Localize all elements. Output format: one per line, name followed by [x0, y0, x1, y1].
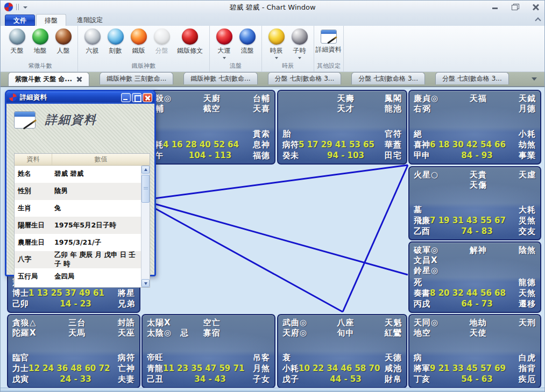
ribbon-button-sphere-darkred[interactable]: 鐵版條文 [173, 27, 207, 55]
dialog-maximize-button[interactable] [132, 93, 141, 102]
palace-cell-r1c3[interactable]: 天壽天才鳳閣龍池胎病符5 17 29 41 53 65癸未94 - 103官符華… [277, 90, 407, 165]
document-tab[interactable]: 分盤 七刻數命格 3... [351, 72, 425, 84]
document-tab[interactable]: 鐵版神數 三刻數命... [100, 72, 173, 84]
god-number-line: 小耗10 22 34 46 58 70 [282, 363, 393, 374]
tab-close-icon[interactable] [76, 76, 82, 82]
ribbon-button-sphere-fire[interactable]: 鐵版 [127, 27, 150, 55]
life-stage: 死 [414, 277, 524, 288]
dropdown-arrow-icon[interactable] [223, 57, 226, 59]
branch-range-line: 己丑34 - 43 [147, 374, 257, 384]
age-range: 54 - 63 [430, 374, 524, 384]
palace-cell-r1c2[interactable]: 七殺◎左輔天廚截空台輔天喜養大耗4 16 28 40 52 64壬午104 - … [141, 90, 275, 165]
ribbon-button-notepad[interactable]: 詳細資料 [317, 27, 340, 54]
minimize-button[interactable] [491, 3, 499, 11]
ribbon-button-label: 鐵版條文 [177, 46, 203, 55]
palace-cell-r4c4[interactable]: 天同◎地空地劫天使天刑病將軍9 21 33 45 57 69丁亥54 - 63白… [408, 314, 541, 388]
table-row[interactable]: 五行局金四局 [15, 268, 141, 286]
age-range: 14 - 23 [29, 298, 123, 309]
palace-god-name: 白虎 [519, 352, 536, 363]
right-star-column: 天刑 [519, 318, 536, 328]
palace-bottom-left: 絕喜神6 18 30 42 54 66甲申84 - 93 [414, 129, 524, 161]
palace-cell-r4c2[interactable]: 太陽X太陰◎ 忌空亡寡宿帝旺青龍11 23 35 47 59 71己丑34 - … [141, 314, 275, 388]
document-tab[interactable]: 鐵版神數 七刻數命... [183, 72, 257, 84]
dialog-title: 詳細資料 [20, 93, 47, 102]
scrollbar[interactable] [141, 166, 150, 287]
branch-range-line: 甲申84 - 93 [414, 150, 524, 161]
ribbon-button-sphere-gray[interactable]: 分盤 [150, 27, 173, 55]
palace-cell-r4c1[interactable]: 貪狼△陀羅X三台天馬封誥天巫臨官力士12 24 36 48 60 72戊寅24 … [7, 314, 140, 388]
file-menu-button[interactable]: 文件 [5, 15, 35, 26]
ribbon-button-sphere-red[interactable]: 大運 [213, 27, 236, 59]
scroll-down-icon[interactable] [141, 279, 150, 287]
ribbon-group: 天盤地盤人盤紫微斗數 [3, 26, 78, 72]
year-numbers: 6 18 30 42 54 66 [430, 140, 506, 149]
life-stage: 胎 [282, 129, 393, 139]
ribbon-tab-advanced[interactable]: 進階設定 [70, 14, 109, 26]
row-value: 兔 [49, 204, 141, 213]
star-column: 太陽X太陰◎ 忌 [147, 318, 189, 338]
star-name: 貪狼△ [12, 318, 37, 328]
ribbon-button-sphere-lightblue[interactable]: 刻數 [104, 27, 127, 55]
dialog-title-bar[interactable]: 詳細資料 [6, 91, 154, 104]
tab-list-dropdown-icon[interactable] [532, 77, 537, 81]
menu-row: 文件 排盤 進階設定 [1, 14, 544, 26]
collapse-ribbon-icon[interactable] [535, 17, 541, 23]
table-row[interactable]: 陽曆生日1975年5月2日子時 [15, 217, 141, 234]
year-god: 博士 [12, 288, 29, 298]
scroll-up-icon[interactable] [141, 166, 150, 174]
restore-button[interactable] [511, 3, 520, 11]
ribbon-tab-paipan[interactable]: 排盤 [36, 14, 66, 26]
document-tab[interactable]: 紫微斗數 天盤 命... [8, 72, 89, 86]
minor-star-column: 三台天馬 [68, 318, 86, 338]
palace-cell-r3c4[interactable]: 破軍◎文昌X鈴星◎解神陰煞死奏書8 20 32 44 56 68丙戌64 - 7… [408, 241, 541, 313]
star-name: 火星○ [414, 170, 438, 180]
star-column: 天同◎地空 [414, 318, 438, 338]
ribbon-group-label: 紫微斗數 [5, 61, 75, 72]
row-label: 八字 [15, 255, 49, 264]
palace-cell-r1c4[interactable]: 廉貞◎右弼天福天鉞月德絕喜神6 18 30 42 54 66甲申84 - 93小… [408, 90, 541, 165]
document-tab-label: 分盤 七刻數命格 3... [442, 74, 502, 83]
minor-star-name: 八座 [337, 318, 354, 328]
table-row[interactable]: 農曆生日1975/3/21/子 [15, 234, 141, 251]
document-tab[interactable]: 分盤 七刻數命格 3... [268, 72, 342, 84]
ribbon-button-sphere-sun[interactable]: 時辰 [265, 27, 288, 59]
ribbon-group: 時辰子時時辰 [262, 26, 314, 72]
scrollbar-thumb[interactable] [141, 175, 150, 203]
dropdown-arrow-icon[interactable] [275, 57, 278, 59]
dialog-body: 詳細資料 資料 數值 姓名碧威 碧威性別陰男生肖兔陽曆生日1975年5月2日子時… [6, 104, 154, 275]
close-button[interactable] [532, 3, 540, 11]
year-numbers: 10 22 34 46 58 70 [299, 364, 380, 373]
ribbon-button-sphere-steel[interactable]: 天盤 [5, 27, 29, 55]
right-star-column: 天魁紅鸞 [385, 318, 402, 338]
table-row[interactable]: 姓名碧威 碧威 [15, 166, 141, 183]
dropdown-arrow-icon[interactable] [298, 57, 301, 59]
table-row[interactable]: 生肖兔 [15, 200, 141, 217]
sphere-moon-icon [292, 28, 308, 45]
palace-cell-r4c3[interactable]: 武曲◎天府◎八座旬中天魁紅鸞衰小耗10 22 34 46 58 70戊子44 -… [277, 314, 407, 388]
life-stage: 衰 [282, 352, 393, 363]
sphere-red-icon [216, 28, 232, 45]
sphere-steel-icon [9, 28, 25, 45]
document-tab[interactable]: 分盤 七刻數命格 3... [435, 72, 509, 84]
ribbon-button-sphere-green[interactable]: 地盤 [29, 27, 52, 55]
minor-star-name: 台輔 [253, 94, 270, 104]
table-row[interactable]: 八字乙卯 年 庚辰 月 戊申 日 壬子 時 [15, 251, 141, 268]
year-god: 飛廉 [414, 216, 430, 225]
column-header-value: 數值 [52, 154, 150, 165]
row-value: 1975年5月2日子時 [49, 221, 141, 230]
minor-star-name: 天馬 [68, 328, 86, 338]
table-row[interactable]: 性別陰男 [15, 183, 141, 200]
ribbon-button-sphere-silver[interactable]: 六親 [81, 27, 104, 55]
window-title: 碧威 碧威 - Chart Window [1, 3, 544, 12]
ribbon-button-sphere-brown[interactable]: 人盤 [52, 27, 75, 55]
palace-cell-r2c4[interactable]: 火星○天貴天傷天虛墓飛廉7 19 31 43 55 67乙酉74 - 83大耗災… [408, 166, 541, 240]
palace-bottom-right: 官符華蓋田宅 [385, 129, 402, 161]
minor-star-column: 八座旬中 [337, 318, 354, 338]
ribbon-button-sphere-blue[interactable]: 流盤 [236, 27, 259, 55]
dialog-close-button[interactable] [143, 93, 152, 102]
star-name: 鈴星◎ [414, 266, 438, 276]
year-god: 喜神 [414, 140, 430, 149]
dialog-minimize-button[interactable] [121, 93, 131, 102]
ribbon-button-sphere-moon[interactable]: 子時 [288, 27, 311, 59]
ribbon-button-label: 詳細資料 [316, 45, 342, 54]
